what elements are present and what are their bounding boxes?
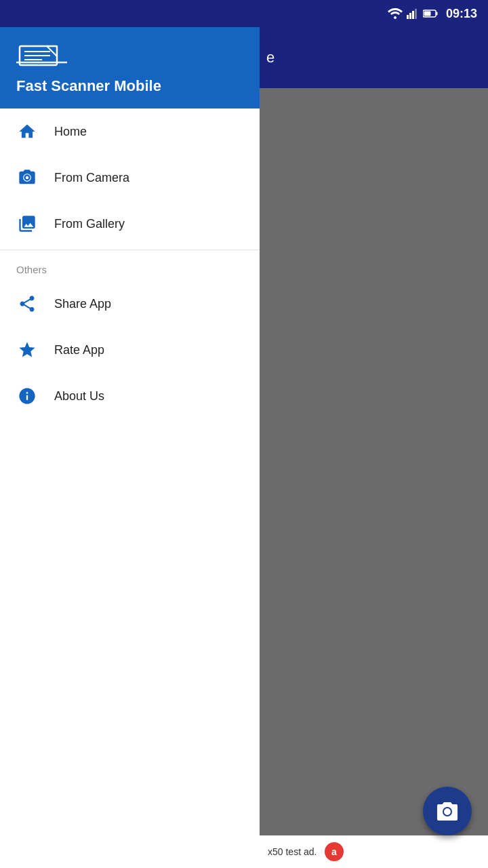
drawer-app-name: Fast Scanner Mobile (16, 77, 243, 95)
svg-point-0 (394, 16, 396, 19)
share-icon (16, 293, 38, 315)
main-topbar-title: e (266, 49, 274, 66)
sidebar-item-about-us-label: About Us (54, 389, 104, 403)
battery-icon (423, 9, 438, 18)
svg-text:a: a (331, 846, 337, 857)
others-section-label: Others (0, 253, 260, 281)
navigation-drawer: Fast Scanner Mobile Home From Camera Fro… (0, 0, 260, 868)
ad-bar: x50 test ad. a (260, 835, 488, 868)
info-icon (16, 385, 38, 407)
ad-text: x50 test ad. (268, 846, 317, 857)
scanner-icon (16, 33, 243, 69)
status-bar: 09:13 (0, 0, 488, 27)
gallery-icon (16, 213, 38, 235)
signal-icon (407, 8, 419, 19)
sidebar-item-from-gallery-label: From Gallery (54, 217, 125, 231)
sidebar-item-rate-app[interactable]: Rate App (0, 327, 260, 373)
status-time: 09:13 (446, 7, 477, 21)
sidebar-item-home-label: Home (54, 125, 87, 139)
sidebar-item-share-app[interactable]: Share App (0, 281, 260, 327)
svg-rect-6 (436, 12, 437, 16)
svg-rect-4 (415, 9, 417, 19)
sidebar-item-home[interactable]: Home (0, 108, 260, 155)
star-icon (16, 339, 38, 361)
main-topbar: e (260, 27, 488, 88)
sidebar-item-rate-app-label: Rate App (54, 343, 104, 357)
home-icon (16, 121, 38, 142)
fab-camera-button[interactable] (423, 787, 472, 835)
sidebar-item-share-app-label: Share App (54, 297, 111, 311)
status-icons: 09:13 (388, 7, 477, 21)
sidebar-item-from-camera[interactable]: From Camera (0, 155, 260, 201)
svg-rect-1 (407, 15, 409, 19)
camera-fab-icon (436, 801, 459, 821)
wifi-icon (388, 8, 403, 19)
sidebar-item-from-camera-label: From Camera (54, 171, 129, 185)
nav-divider (0, 250, 260, 250)
svg-rect-7 (424, 12, 430, 16)
ad-logo-icon: a (323, 841, 345, 863)
camera-icon (16, 167, 38, 189)
sidebar-item-about-us[interactable]: About Us (0, 373, 260, 419)
sidebar-item-from-gallery[interactable]: From Gallery (0, 201, 260, 247)
svg-rect-3 (412, 11, 414, 19)
svg-rect-2 (409, 13, 411, 19)
